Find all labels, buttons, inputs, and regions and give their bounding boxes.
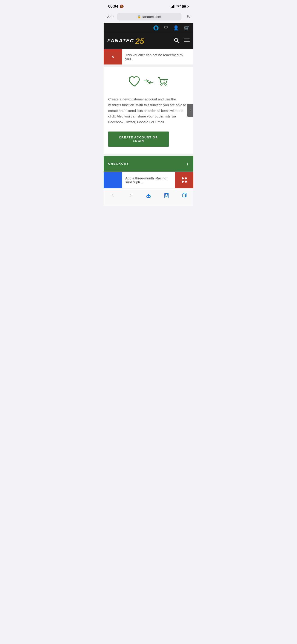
chevron-left-icon: ‹ [190, 108, 191, 112]
shopping-cart-icon [157, 76, 169, 87]
menu-icon[interactable] [184, 38, 190, 44]
card-wrapper: Create a new customer account and use th… [104, 65, 194, 156]
nav-icons [174, 37, 190, 44]
svg-rect-10 [184, 38, 190, 38]
bottom-banner-text: Add a three-month iRacing subscripti… [122, 173, 175, 187]
svg-rect-6 [183, 6, 186, 8]
globe-icon[interactable]: 🌐 [153, 25, 159, 31]
share-button[interactable] [143, 191, 154, 200]
svg-rect-12 [184, 42, 190, 42]
account-icon[interactable]: 👤 [173, 25, 179, 31]
dots-pattern [182, 177, 187, 183]
error-message-text: This voucher can not be redeemed by you. [122, 49, 194, 64]
site-top-bar: 🌐 ♡ 👤 🛒 [104, 23, 194, 33]
status-bar: 00:04 🔕 [104, 0, 194, 12]
svg-rect-2 [173, 5, 174, 8]
browser-bar[interactable]: 大小 🔒 fanatec.com ↻ [104, 12, 194, 23]
svg-point-20 [164, 82, 165, 83]
search-icon[interactable] [174, 37, 179, 44]
svg-point-22 [165, 84, 166, 86]
logo-fanatec: FANATEC [107, 38, 134, 44]
browser-text-size: 大小 [106, 14, 115, 19]
signal-icon [171, 5, 175, 8]
close-icon[interactable]: × [112, 54, 114, 60]
cart-icon[interactable]: 🛒 [184, 25, 190, 31]
battery-icon [182, 5, 189, 8]
status-right-icons [171, 5, 189, 8]
svg-point-19 [163, 82, 164, 83]
back-button[interactable] [107, 191, 118, 200]
logo-area[interactable]: FANATEC 25 [107, 36, 147, 46]
create-account-button[interactable]: CREATE ACCOUNT OR LOGIN [108, 132, 169, 147]
tabs-button[interactable] [179, 191, 190, 200]
time-display: 00:04 [108, 4, 118, 9]
checkout-bar[interactable]: CHECKOUT › [104, 156, 194, 172]
svg-point-17 [164, 80, 165, 81]
svg-rect-3 [174, 5, 175, 8]
svg-text:25: 25 [135, 36, 144, 45]
side-collapse-handle[interactable]: ‹ [187, 104, 194, 117]
lock-icon: 🔒 [137, 15, 141, 18]
error-banner: × This voucher can not be redeemed by yo… [104, 49, 194, 65]
error-close-box[interactable]: × [104, 49, 122, 64]
status-time-area: 00:04 🔕 [108, 4, 124, 9]
transfer-arrows-icon [144, 79, 154, 84]
wishlist-cart-icon-area [108, 76, 189, 87]
safari-bottom-nav [104, 188, 194, 206]
url-bar[interactable]: 🔒 fanatec.com [117, 13, 182, 20]
svg-line-9 [178, 41, 179, 42]
svg-point-16 [163, 80, 164, 81]
wifi-icon [176, 5, 181, 8]
wishlist-description: Create a new customer account and use th… [108, 96, 189, 125]
svg-rect-11 [184, 40, 190, 40]
checkout-arrow-icon: › [186, 160, 189, 167]
svg-rect-1 [172, 6, 173, 8]
bottom-blue-box [104, 172, 122, 188]
forward-button [125, 191, 136, 200]
svg-point-21 [161, 84, 162, 86]
silent-icon: 🔕 [120, 4, 124, 8]
heart-icon [128, 76, 140, 87]
url-text: fanatec.com [142, 15, 161, 19]
bookmarks-button[interactable] [161, 191, 172, 200]
svg-rect-5 [188, 6, 189, 7]
svg-point-15 [162, 80, 162, 81]
reload-icon[interactable]: ↻ [184, 14, 191, 20]
svg-rect-0 [171, 7, 172, 8]
svg-point-18 [162, 82, 162, 83]
logo-25-icon: 25 [135, 36, 147, 46]
bottom-red-box [175, 172, 194, 188]
site-nav: FANATEC 25 [104, 33, 194, 49]
checkout-label: CHECKOUT [108, 162, 129, 166]
main-card: Create a new customer account and use th… [104, 67, 194, 154]
wishlist-heart-icon[interactable]: ♡ [164, 25, 168, 31]
bottom-banner: Add a three-month iRacing subscripti… [104, 172, 194, 188]
svg-rect-27 [182, 194, 186, 197]
